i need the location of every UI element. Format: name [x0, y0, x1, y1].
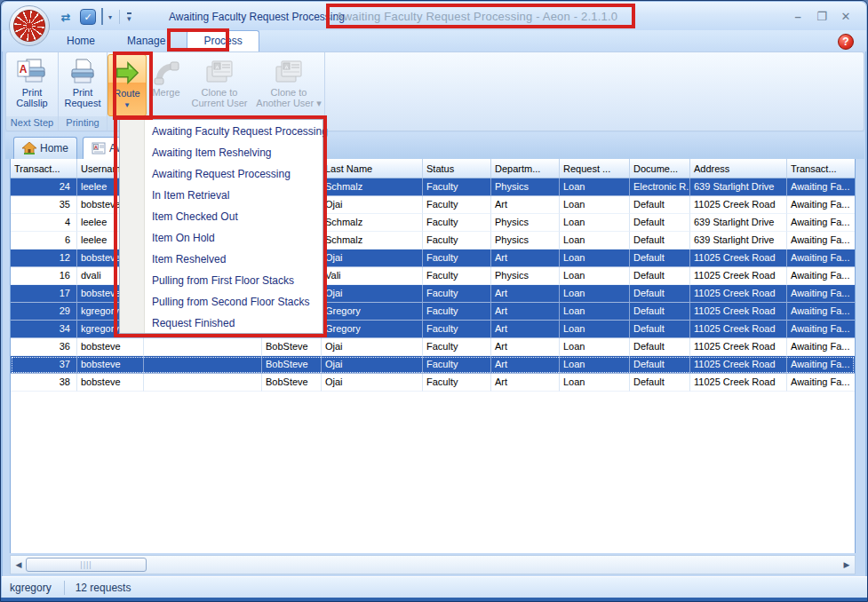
button-label: Clone to Current User	[192, 87, 248, 108]
print-request-button[interactable]: Print Request	[59, 54, 107, 116]
qat-overflow-icon[interactable]: ▾	[127, 12, 131, 22]
doc-tab-home[interactable]: Home	[13, 137, 77, 159]
table-cell: Art	[491, 196, 560, 214]
ribbon-tab-home[interactable]: Home	[51, 30, 111, 51]
table-cell: Physics	[491, 232, 560, 250]
quick-access-toolbar: ⇄✓▾▾	[57, 8, 131, 26]
column-header-transact[interactable]: Transact...	[787, 159, 856, 178]
print-callslip-button[interactable]: APrint Callslip	[6, 54, 58, 116]
table-cell: Default	[630, 374, 690, 392]
table-cell: Art	[491, 250, 560, 267]
menu-item-pulling-from-first-floor-stacks[interactable]: Pulling from First Floor Stacks	[120, 270, 323, 291]
help-icon[interactable]: ?	[838, 34, 854, 50]
menu-item-awaiting-faculty-request-processing[interactable]: Awaiting Faculty Request Processing	[120, 121, 323, 142]
table-cell: 38	[11, 374, 77, 392]
menu-item-pulling-from-second-floor-stacks[interactable]: Pulling from Second Floor Stacks	[120, 291, 323, 313]
status-bar: kgregory 12 requests	[2, 576, 868, 598]
table-cell: Schmalz	[322, 178, 423, 196]
route-check-icon[interactable]: ✓	[80, 9, 96, 25]
table-cell: Awaiting Fa...	[787, 232, 856, 250]
menu-item-awaiting-request-processing[interactable]: Awaiting Request Processing	[120, 163, 323, 185]
table-cell: 11025 Creek Road	[690, 321, 787, 338]
table-cell: Ojai	[322, 356, 423, 374]
clone-user-icon: A	[273, 57, 305, 87]
table-cell: bobsteve	[77, 374, 144, 392]
table-cell: Default	[630, 285, 690, 303]
chevron-down-icon: ▼	[123, 100, 131, 111]
ribbon-group-buttons: Print Request	[59, 52, 107, 116]
menu-item-in-item-retrieval[interactable]: In Item Retrieval	[120, 185, 323, 206]
table-cell: Faculty	[423, 374, 491, 392]
menu-item-item-on-hold[interactable]: Item On Hold	[120, 227, 323, 249]
route-button[interactable]: Route▼	[108, 54, 147, 116]
table-cell: Loan	[560, 214, 630, 232]
button-label: Route	[114, 88, 139, 99]
window-form-icon[interactable]	[101, 9, 103, 25]
ribbon-tab-manage[interactable]: Manage	[111, 30, 181, 51]
table-cell: 11025 Creek Road	[690, 196, 787, 214]
maximize-button[interactable]: ❐	[814, 9, 830, 23]
table-cell: Awaiting Fa...	[787, 178, 856, 196]
button-label: Print Request	[65, 87, 101, 108]
table-cell: Ojai	[322, 338, 423, 356]
table-row[interactable]: 38bobsteveBobSteveOjaiFacultyArtLoanDefa…	[11, 374, 855, 392]
table-cell: Schmalz	[322, 214, 423, 232]
menu-item-request-finished[interactable]: Request Finished	[120, 313, 323, 334]
print-request-icon	[67, 57, 99, 87]
table-cell: Ojai	[322, 374, 423, 392]
table-cell: Default	[630, 303, 690, 321]
table-cell: Default	[630, 338, 690, 356]
chevron-down-icon[interactable]: ▾	[108, 13, 112, 21]
ribbon-group-buttons: APrint Callslip	[6, 52, 58, 116]
table-row[interactable]: 37bobsteveBobSteveOjaiFacultyArtLoanDefa…	[11, 356, 855, 374]
svg-text:A: A	[215, 65, 219, 70]
minimize-button[interactable]: –	[790, 9, 806, 23]
table-cell: Awaiting Fa...	[787, 356, 856, 374]
window-bottom-edge	[1, 598, 868, 602]
print-callslip-icon: A	[16, 57, 48, 87]
table-row[interactable]: 36bobsteveBobSteveOjaiFacultyArtLoanDefa…	[11, 338, 855, 356]
column-header-transact[interactable]: Transact...	[11, 159, 77, 178]
ribbon-tab-row: HomeManageProcess ?	[2, 30, 866, 51]
ribbon-tab-process[interactable]: Process	[187, 30, 259, 51]
aeon-logo-icon[interactable]	[9, 5, 50, 46]
table-cell: Loan	[560, 285, 630, 303]
sync-icon[interactable]: ⇄	[57, 8, 75, 26]
horizontal-scrollbar[interactable]: ◀ |||| ▶	[10, 555, 856, 574]
ribbon-group-label: Next Step	[6, 116, 58, 131]
svg-text:A: A	[284, 65, 288, 70]
table-cell: Electronic R...	[630, 178, 690, 196]
table-cell: Faculty	[423, 214, 491, 232]
close-button[interactable]: ✕	[838, 9, 854, 23]
scroll-left-icon[interactable]: ◀	[13, 558, 24, 571]
menu-item-item-checked-out[interactable]: Item Checked Out	[120, 206, 323, 227]
clone-user-icon: A	[203, 57, 235, 87]
column-header-request[interactable]: Request ...	[560, 159, 630, 178]
column-header-address[interactable]: Address	[690, 159, 787, 178]
table-cell: 11025 Creek Road	[690, 374, 787, 392]
table-cell: Physics	[491, 178, 560, 196]
table-cell: Art	[491, 374, 560, 392]
table-cell: 12	[11, 250, 77, 267]
column-header-lastname[interactable]: Last Name	[322, 159, 423, 178]
table-cell: Loan	[560, 196, 630, 214]
scroll-right-icon[interactable]: ▶	[841, 558, 852, 571]
column-header-docume[interactable]: Docume...	[630, 159, 690, 178]
table-cell: 11025 Creek Road	[690, 338, 787, 356]
table-cell: 29	[11, 303, 77, 321]
table-cell: Loan	[560, 267, 630, 285]
table-cell: 6	[11, 232, 77, 250]
table-cell	[144, 374, 262, 392]
column-header-departm[interactable]: Departm...	[491, 159, 560, 178]
column-header-status[interactable]: Status	[423, 159, 491, 178]
table-cell: Faculty	[423, 285, 491, 303]
table-cell: Loan	[560, 321, 630, 338]
menu-item-item-reshelved[interactable]: Item Reshelved	[120, 249, 323, 270]
table-cell: 639 Starlight Drive	[690, 178, 787, 196]
scrollbar-thumb[interactable]: ||||	[26, 558, 147, 572]
table-cell: Awaiting Fa...	[787, 321, 856, 338]
table-cell: 639 Starlight Drive	[690, 232, 787, 250]
menu-item-awaiting-item-reshelving[interactable]: Awaiting Item Reshelving	[120, 142, 323, 163]
button-label: Clone to Another User ▾	[256, 87, 321, 108]
table-cell: 11025 Creek Road	[690, 285, 787, 303]
